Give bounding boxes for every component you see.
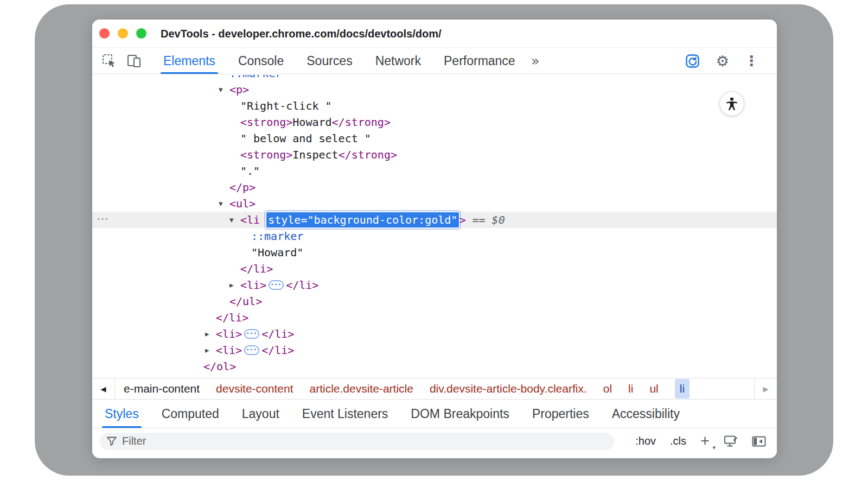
code-segment-tag: </strong> (332, 116, 391, 129)
code-segment-text: "." (240, 165, 260, 178)
breadcrumb-scroll-left-icon[interactable]: ◀ (92, 378, 115, 399)
device-toolbar-icon[interactable] (126, 53, 142, 69)
breadcrumb-item[interactable]: article.devsite-article (310, 382, 413, 395)
dom-node-code: <li>•••</li> (240, 277, 318, 293)
panel-tab-accessibility[interactable]: Accessibility (601, 400, 691, 428)
expand-arrow-icon[interactable]: ▸ (205, 326, 209, 342)
dom-tree-row[interactable]: <strong>Howard</strong> (92, 114, 777, 130)
breadcrumb-item[interactable]: ul (649, 382, 658, 395)
collapsed-content-icon[interactable]: ••• (244, 329, 259, 339)
code-segment-tag: <ul> (229, 197, 256, 210)
dom-tree-row[interactable]: ▾<ul> (92, 195, 777, 212)
tab-elements[interactable]: Elements (152, 48, 227, 74)
breadcrumb-item[interactable]: devsite-content (216, 382, 293, 395)
dom-node-code: ::marker (251, 228, 303, 244)
code-segment-tag: </li> (261, 344, 294, 357)
dom-tree-row[interactable]: <strong>Inspect</strong> (92, 147, 777, 163)
breadcrumb-item[interactable]: e-main-content (124, 382, 200, 395)
panel-tab-event-listeners[interactable]: Event Listeners (291, 400, 400, 428)
breadcrumb-item[interactable]: li (675, 379, 690, 399)
code-segment-tag: </li> (240, 262, 273, 275)
toggle-element-state-button[interactable]: :hov (635, 435, 656, 447)
dom-tree-row[interactable]: "Right-click " (92, 98, 777, 114)
dom-tree-row[interactable]: " below and select " (92, 130, 777, 147)
new-style-rule-icon[interactable]: +▾ (700, 433, 710, 449)
sync-icon[interactable] (685, 53, 701, 69)
window-title: DevTools - developer.chrome.com/docs/dev… (161, 20, 442, 48)
dom-tree-row[interactable]: </li> (92, 261, 777, 277)
filter-input[interactable] (122, 435, 608, 447)
dom-node-code: <strong>Howard</strong> (240, 114, 391, 130)
dom-node-code: "Howard" (251, 244, 303, 261)
code-segment-tag: </strong> (339, 148, 397, 161)
dom-node-code: <ul> (229, 195, 256, 212)
tab-console[interactable]: Console (227, 48, 295, 74)
expand-arrow-icon[interactable]: ▸ (205, 342, 209, 358)
inspect-element-icon[interactable] (101, 53, 117, 69)
collapse-arrow-icon[interactable]: ▾ (219, 195, 223, 212)
collapsed-content-icon[interactable]: ••• (244, 345, 259, 355)
dom-tree-row[interactable]: ▸<li>•••</li> (92, 277, 777, 293)
zoom-button[interactable] (136, 28, 146, 39)
dom-tree-row[interactable]: </ul> (92, 293, 777, 309)
minimize-button[interactable] (118, 28, 128, 39)
devtools-window: DevTools - developer.chrome.com/docs/dev… (92, 20, 777, 458)
panel-tab-computed[interactable]: Computed (150, 400, 231, 428)
code-segment-pseudo: ::marker (229, 75, 282, 80)
styles-filter-bar: :hov .cls +▾ (92, 428, 777, 454)
settings-gear-icon[interactable]: ⚙ (716, 54, 729, 68)
kebab-menu-icon[interactable]: ⋮ (744, 54, 758, 68)
collapse-arrow-icon[interactable]: ▾ (219, 81, 223, 98)
dom-tree-row-selected[interactable]: ⋯▾<li style="background-color:gold"> == … (92, 212, 777, 228)
rendering-emulation-icon[interactable] (724, 435, 738, 448)
expand-arrow-icon[interactable]: ▸ (229, 277, 234, 293)
dom-node-code: </p> (229, 179, 256, 195)
panel-tab-dom-breakpoints[interactable]: DOM Breakpoints (399, 400, 521, 428)
breadcrumb-item[interactable]: li (628, 382, 633, 395)
dom-tree-row[interactable]: </p> (92, 179, 777, 195)
main-tabs: ElementsConsoleSourcesNetworkPerformance (152, 48, 527, 74)
row-actions-icon[interactable]: ⋯ (97, 211, 109, 227)
dom-node-code: "." (240, 163, 260, 179)
filter-field[interactable] (100, 433, 614, 450)
dom-node-code: <p> (229, 81, 249, 98)
breadcrumb: e-main-contentdevsite-contentarticle.dev… (115, 378, 754, 399)
dom-tree-row[interactable]: ▸<li>•••</li> (92, 342, 777, 358)
more-tabs-icon[interactable]: » (531, 54, 540, 68)
dom-tree-row[interactable]: </ol> (92, 358, 777, 375)
collapse-arrow-icon[interactable]: ▾ (229, 212, 234, 228)
collapsed-content-icon[interactable]: ••• (269, 280, 284, 290)
breadcrumb-item[interactable]: div.devsite-article-body.clearfix. (430, 382, 587, 395)
filter-funnel-icon (106, 436, 117, 447)
breadcrumb-item[interactable]: ol (603, 382, 612, 395)
dom-tree-row[interactable]: ::marker (92, 75, 777, 81)
tab-network[interactable]: Network (364, 48, 432, 74)
element-classes-button[interactable]: .cls (670, 435, 686, 447)
show-sidebar-icon[interactable] (752, 436, 766, 447)
accessibility-button[interactable] (719, 91, 744, 116)
titlebar: DevTools - developer.chrome.com/docs/dev… (92, 20, 777, 48)
styles-panel-tabs: StylesComputedLayoutEvent ListenersDOM B… (92, 400, 777, 428)
panel-tab-properties[interactable]: Properties (521, 400, 601, 428)
dom-tree-row[interactable]: </li> (92, 309, 777, 326)
code-segment-tag: <strong> (240, 148, 292, 161)
code-segment-text: Howard (292, 116, 331, 129)
dom-node-code: <li>•••</li> (216, 326, 294, 342)
dom-tree-row[interactable]: "Howard" (92, 244, 777, 261)
code-segment-dollar: $0 (492, 213, 505, 226)
code-segment-tag: </p> (229, 181, 256, 194)
close-button[interactable] (99, 28, 110, 39)
panel-tab-layout[interactable]: Layout (231, 400, 291, 428)
panel-tab-styles[interactable]: Styles (93, 400, 150, 428)
dom-tree-row[interactable]: ▾<p> (92, 81, 777, 98)
tab-performance[interactable]: Performance (432, 48, 527, 74)
dom-node-code: ::marker (229, 75, 282, 81)
breadcrumb-scroll-right-icon[interactable]: ▶ (754, 378, 777, 399)
styles-pane-controls: :hov .cls +▾ (635, 433, 766, 449)
dom-tree-row[interactable]: ▸<li>•••</li> (92, 326, 777, 342)
dom-tree-row[interactable]: ::marker (92, 228, 777, 244)
tab-sources[interactable]: Sources (295, 48, 363, 74)
dom-node-code: " below and select " (240, 130, 371, 147)
dom-node-code: <strong>Inspect</strong> (240, 147, 397, 163)
dom-tree-row[interactable]: "." (92, 163, 777, 179)
